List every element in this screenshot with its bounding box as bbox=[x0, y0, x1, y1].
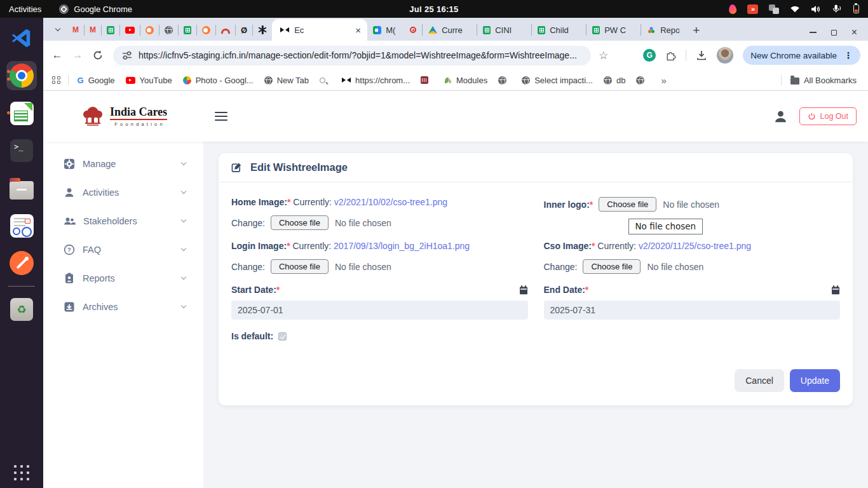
tab-repo[interactable]: Repo bbox=[641, 24, 685, 36]
restore-icon[interactable] bbox=[831, 30, 837, 36]
choose-file-button[interactable]: Choose file bbox=[271, 259, 329, 274]
reload-button[interactable] bbox=[90, 50, 105, 61]
tab-search-button[interactable] bbox=[50, 21, 66, 37]
tab-meet[interactable]: M( bbox=[367, 24, 422, 36]
user-icon[interactable] bbox=[773, 109, 788, 124]
pinned-tab-orange[interactable] bbox=[140, 25, 159, 36]
pinned-tab-sheets[interactable] bbox=[102, 25, 120, 36]
bookmarks-overflow-button[interactable]: » bbox=[661, 75, 666, 86]
start-date-input[interactable] bbox=[231, 301, 528, 320]
bookmark-select-impact[interactable]: Select impacti... bbox=[522, 76, 593, 85]
bookmark-label: db bbox=[616, 76, 625, 85]
close-tab-icon[interactable] bbox=[355, 25, 361, 35]
hamburger-menu-icon[interactable] bbox=[215, 112, 227, 121]
dock-files[interactable] bbox=[6, 173, 37, 203]
dock-document-viewer[interactable] bbox=[6, 211, 37, 240]
choose-file-button[interactable]: Choose file bbox=[271, 215, 329, 230]
file-input[interactable]: Choose file No file chosen bbox=[583, 259, 703, 274]
dock-vscode[interactable] bbox=[6, 24, 37, 53]
minimize-icon[interactable] bbox=[810, 32, 817, 33]
dock-libreoffice-calc[interactable] bbox=[6, 98, 37, 128]
dock-terminal[interactable]: >_ bbox=[6, 136, 37, 165]
is-default-checkbox[interactable] bbox=[278, 332, 287, 341]
forward-button[interactable] bbox=[70, 49, 85, 62]
extensions-puzzle-icon[interactable] bbox=[665, 50, 676, 61]
system-tray[interactable] bbox=[729, 4, 868, 14]
bookmark-youtube[interactable]: YouTube bbox=[126, 76, 172, 85]
site-controls-icon[interactable] bbox=[122, 51, 132, 60]
file-input[interactable]: Choose file No file chosen bbox=[271, 215, 391, 230]
dock-postman[interactable] bbox=[6, 248, 37, 278]
choose-file-button[interactable]: Choose file bbox=[599, 197, 656, 212]
pinned-tab-gmail[interactable] bbox=[85, 25, 102, 36]
url-text[interactable]: https://icfnv5-staging.icfn.in/manage-se… bbox=[139, 50, 577, 60]
bookmark-google[interactable]: Google bbox=[78, 76, 115, 85]
show-applications-button[interactable] bbox=[14, 465, 29, 480]
pinned-tab-redarc[interactable] bbox=[216, 25, 236, 36]
bookmark-modules[interactable]: Modules bbox=[444, 76, 487, 85]
required-mark: * bbox=[287, 241, 290, 251]
bookmark-db[interactable]: db bbox=[604, 76, 625, 85]
choose-file-button[interactable]: Choose file bbox=[583, 259, 641, 274]
tab-sheet-child[interactable]: Child bbox=[531, 24, 586, 36]
bookmark-chrom[interactable]: https://chrom... bbox=[342, 76, 410, 85]
sidebar-item-faq[interactable]: ? FAQ bbox=[43, 235, 203, 264]
bookmark-new-tab[interactable]: New Tab bbox=[264, 76, 309, 85]
profile-avatar[interactable] bbox=[717, 47, 733, 64]
bookmark-globe[interactable] bbox=[636, 76, 649, 85]
bowtie-favicon-icon bbox=[280, 27, 289, 33]
screen-share-indicator-icon[interactable] bbox=[747, 4, 758, 14]
sidebar-item-reports[interactable]: Reports bbox=[43, 264, 203, 292]
current-file-link[interactable]: v2/2020/11/25/cso-tree1.png bbox=[639, 241, 751, 251]
bookmark-photos[interactable]: Photo - Googl... bbox=[183, 76, 254, 85]
apps-grid-icon[interactable] bbox=[52, 76, 60, 85]
bookmark-star-icon[interactable] bbox=[599, 49, 608, 62]
pinned-tab-sheets[interactable] bbox=[179, 25, 197, 36]
dock-trash[interactable] bbox=[6, 295, 37, 324]
tab-drive[interactable]: Curre bbox=[422, 24, 477, 36]
pinned-tab-null[interactable] bbox=[236, 25, 253, 36]
activities-button[interactable]: Activities bbox=[9, 4, 41, 14]
chrome-update-button[interactable]: New Chrome available bbox=[743, 46, 860, 65]
pinned-tab-gmail[interactable] bbox=[67, 25, 85, 36]
all-bookmarks-button[interactable]: All Bookmarks bbox=[790, 76, 857, 85]
sidebar-item-activities[interactable]: Activities bbox=[43, 178, 203, 207]
calendar-icon[interactable] bbox=[519, 285, 528, 295]
pinned-tab-orange[interactable] bbox=[197, 25, 216, 36]
sidebar-item-stakeholders[interactable]: Stakeholders bbox=[43, 207, 203, 235]
dock-chrome[interactable] bbox=[6, 61, 37, 90]
sidebar-item-archives[interactable]: Archives bbox=[43, 292, 203, 321]
update-button[interactable]: Update bbox=[790, 369, 840, 392]
calendar-icon[interactable] bbox=[831, 285, 840, 295]
file-input[interactable]: Choose file No file chosen bbox=[271, 259, 391, 274]
pinned-tab-openai[interactable] bbox=[253, 25, 272, 36]
current-file-link[interactable]: 2017/09/13/login_bg_2iH1oa1.png bbox=[334, 241, 470, 251]
cancel-button[interactable]: Cancel bbox=[735, 369, 784, 392]
brand-logo[interactable]: India Cares Foundation bbox=[79, 105, 167, 127]
focused-app-menu[interactable]: Google Chrome bbox=[59, 4, 132, 14]
address-bar[interactable]: https://icfnv5-staging.icfn.in/manage-se… bbox=[113, 46, 591, 65]
active-tab[interactable]: Ec bbox=[272, 19, 367, 41]
current-file-link[interactable]: v2/2021/10/02/cso-tree1.png bbox=[334, 197, 447, 207]
tab-sheet-cini[interactable]: CINI bbox=[477, 24, 531, 36]
browser-menu-icon[interactable] bbox=[844, 50, 853, 60]
tab-sheet-pw[interactable]: PW C bbox=[586, 24, 641, 36]
bookmark-search[interactable] bbox=[320, 78, 331, 83]
bookmark-red-logo[interactable] bbox=[421, 76, 433, 84]
clipboard-indicator-icon[interactable] bbox=[769, 4, 779, 14]
download-icon[interactable] bbox=[696, 50, 707, 61]
sidebar-item-manage[interactable]: Manage bbox=[43, 149, 203, 178]
pinned-tab-youtube[interactable] bbox=[120, 25, 140, 36]
pinned-tab-globe[interactable] bbox=[159, 25, 179, 36]
bookmark-label: YouTube bbox=[140, 76, 172, 85]
field-label: Login Image: bbox=[231, 241, 287, 251]
grammarly-extension-icon[interactable] bbox=[643, 49, 656, 62]
new-tab-button[interactable] bbox=[693, 24, 700, 36]
file-input[interactable]: Choose file No file chosen bbox=[599, 197, 719, 212]
bookmark-globe[interactable] bbox=[498, 76, 511, 85]
logout-button[interactable]: Log Out bbox=[799, 107, 857, 125]
app-indicator-flame-icon[interactable] bbox=[728, 4, 737, 14]
back-button[interactable] bbox=[50, 49, 65, 62]
window-close-icon[interactable] bbox=[851, 29, 857, 36]
end-date-input[interactable] bbox=[544, 301, 841, 320]
